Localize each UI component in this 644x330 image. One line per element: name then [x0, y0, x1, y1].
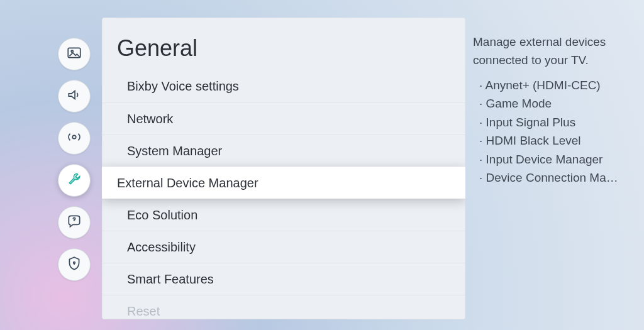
- sidebar-item-privacy[interactable]: [58, 248, 91, 281]
- menu-item-label: Bixby Voice settings: [127, 79, 239, 94]
- description-pane: Manage external devices connected to you…: [473, 33, 630, 187]
- menu-item-smart-features[interactable]: Smart Features: [102, 263, 465, 295]
- description-list-item: Anynet+ (HDMI-CEC): [479, 76, 624, 94]
- support-icon: [66, 213, 82, 232]
- menu-item-network[interactable]: Network: [102, 102, 465, 135]
- page-title: General: [102, 18, 465, 70]
- sidebar-item-support[interactable]: [58, 206, 91, 239]
- shield-icon: [66, 255, 82, 274]
- menu-item-bixby-voice[interactable]: Bixby Voice settings: [102, 70, 465, 102]
- broadcast-icon: [66, 129, 82, 148]
- description-list-item: Device Connection Manager: [479, 168, 624, 187]
- description-list-item: Input Device Manager: [479, 150, 624, 168]
- menu-item-accessibility[interactable]: Accessibility: [102, 231, 465, 263]
- menu-item-external-device-manager[interactable]: External Device Manager: [102, 167, 465, 199]
- svg-point-3: [74, 220, 75, 221]
- menu-item-eco-solution[interactable]: Eco Solution: [102, 199, 465, 231]
- description-text: Manage external devices connected to you…: [473, 33, 630, 70]
- menu-item-reset[interactable]: Reset: [102, 295, 465, 319]
- menu-item-label: Accessibility: [127, 240, 196, 255]
- menu-list: Bixby Voice settings Network System Mana…: [102, 70, 465, 319]
- menu-item-label: Smart Features: [127, 272, 214, 287]
- sidebar-item-broadcasting[interactable]: [58, 122, 91, 155]
- description-list: Anynet+ (HDMI-CEC) Game Mode Input Signa…: [473, 76, 630, 187]
- menu-item-label: Reset: [127, 304, 160, 319]
- description-list-item: Game Mode: [479, 94, 624, 113]
- picture-icon: [66, 45, 82, 63]
- svg-point-4: [74, 262, 75, 264]
- description-list-item: HDMI Black Level: [479, 131, 624, 150]
- menu-item-label: Network: [127, 112, 173, 126]
- sidebar-item-sound[interactable]: [58, 80, 91, 113]
- svg-point-2: [72, 135, 75, 138]
- description-list-item: Input Signal Plus: [479, 113, 624, 131]
- menu-item-label: Eco Solution: [127, 208, 197, 223]
- sidebar-item-picture[interactable]: [58, 38, 91, 70]
- sidebar-item-general[interactable]: [58, 164, 91, 197]
- menu-item-label: External Device Manager: [117, 176, 258, 190]
- settings-category-sidebar: [55, 38, 93, 281]
- sound-icon: [66, 87, 82, 106]
- menu-item-label: System Manager: [127, 144, 222, 158]
- menu-item-system-manager[interactable]: System Manager: [102, 135, 465, 167]
- settings-panel: General Bixby Voice settings Network Sys…: [102, 18, 465, 319]
- wrench-icon: [66, 171, 82, 190]
